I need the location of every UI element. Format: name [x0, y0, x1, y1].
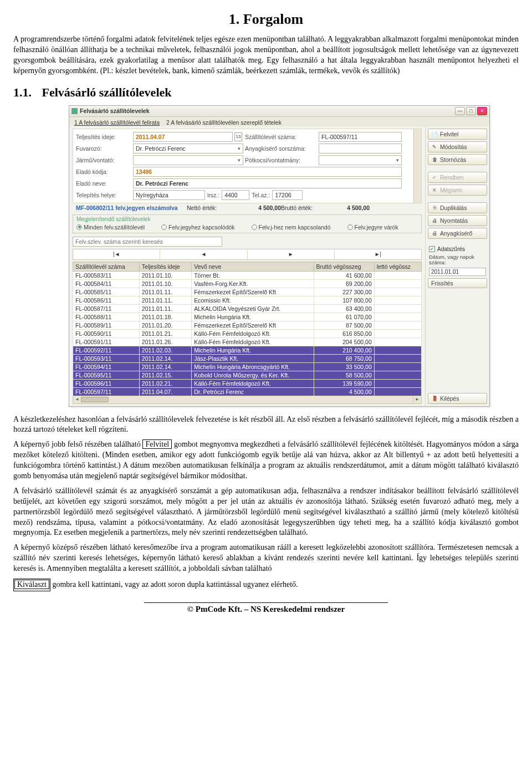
para-after-3: A felvásárló szállítólevél számát és az …: [13, 486, 519, 538]
data-grid[interactable]: Szállítólevél száma Teljesítés ideje Vev…: [73, 262, 422, 396]
table-row[interactable]: FL-000590/112011.01.21.Kálló-Fém Fémfeld…: [73, 329, 422, 337]
btn-modositas[interactable]: ✎Módosítás: [428, 141, 487, 152]
fld-fuvarozo[interactable]: Dr. Petróczi Ferenc: [133, 144, 243, 154]
lbl-fuvarozo: Fuvarozó:: [76, 145, 131, 152]
nav-row: |◄ ◄ ► ►|: [73, 249, 422, 260]
radio-waiting[interactable]: Felv.jegyre várók: [347, 224, 398, 231]
lbl-elado-kodja: Eladó kódja:: [76, 168, 131, 175]
fld-irsz[interactable]: 4400: [222, 190, 249, 200]
copy-icon: ⎘: [431, 204, 438, 211]
table-row[interactable]: FL-000593/112011.02.14.Jász-Plasztik Kft…: [73, 354, 422, 362]
fld-elado-kodja[interactable]: 13496: [133, 167, 402, 177]
edit-icon: ✎: [431, 144, 438, 150]
plus-icon: 📄: [431, 131, 438, 137]
form-panel: Teljesítés ideje: 2011.04.07 13 Szállító…: [73, 129, 422, 203]
inline-felvitel-button: Felvitel: [142, 439, 172, 449]
calendar-icon[interactable]: 13: [234, 132, 242, 141]
fld-anyagkisero[interactable]: [319, 144, 402, 154]
col-brutto[interactable]: Bruttó végösszeg: [314, 262, 374, 271]
lbl-telepes: Telepítés helye:: [76, 192, 131, 198]
exit-icon: 🚪: [431, 395, 438, 402]
fld-datum[interactable]: 2011.01.01: [429, 268, 486, 276]
inline-kivalaszt-button: Kiválaszt: [13, 579, 50, 591]
table-row[interactable]: FL-000589/112011.01.20.Fémszerkezet Épít…: [73, 321, 422, 329]
intro-paragraph: A programrendszerbe történő forgalmi ada…: [13, 34, 519, 76]
para-after-4b: Kiválaszt gombra kell kattintani, vagy a…: [13, 579, 519, 591]
lbl-potkocsi: Pótkocsi/vontatmány:: [245, 157, 317, 163]
lbl-telaz: Tel.az.:: [252, 192, 270, 198]
table-row[interactable]: FL-000585/112011.01.11.Fémszerkezet Épít…: [73, 288, 422, 296]
btn-duplikalas[interactable]: ⎘Duplikálás: [428, 202, 487, 213]
close-button[interactable]: ×: [477, 107, 487, 115]
fld-teljesites[interactable]: 2011.04.07: [133, 132, 233, 142]
doc-icon: 🖨: [431, 230, 438, 237]
grid-hscroll[interactable]: [73, 396, 422, 404]
radio-all[interactable]: Minden felv.szállítólevél: [76, 224, 145, 231]
fld-telepes[interactable]: Nyíregyháza: [133, 190, 205, 200]
table-row[interactable]: FL-000597/112011.04.07.Dr. Petróczi Fere…: [73, 387, 422, 396]
btn-frissites[interactable]: Frissítés: [428, 278, 487, 288]
table-row[interactable]: FL-000586/112011.01.11.Ecomissio Kft.107…: [73, 296, 422, 304]
nav-next[interactable]: ►: [248, 249, 335, 259]
para-after-2: A képernyő jobb felső részében található…: [13, 439, 519, 482]
col-netto[interactable]: lettó végössz: [374, 262, 421, 271]
lbl-szallitolevel: Szállítólevél száma:: [245, 134, 317, 140]
nav-last[interactable]: ►|: [335, 249, 421, 259]
table-row[interactable]: FL-000588/112011.01.18.Michelin Hungária…: [73, 313, 422, 321]
table-row[interactable]: FL-000595/112011.02.15.Kobold Unrota Műs…: [73, 371, 422, 379]
maximize-button[interactable]: □: [466, 107, 476, 115]
fld-jarmu[interactable]: [133, 155, 243, 165]
summary-code: MF-006802/11 felv.jegyen elszámolva: [76, 204, 187, 211]
col-ido[interactable]: Teljesítés ideje: [139, 262, 191, 271]
table-row[interactable]: FL-000584/112011.01.10.Vasfém-Forg.Ker.K…: [73, 279, 422, 288]
table-row[interactable]: FL-000594/112011.02.14.Michelin Hungária…: [73, 362, 422, 371]
btn-stornozas[interactable]: 🗑Stornózás: [428, 154, 487, 165]
table-row[interactable]: FL-000587/112011.01.11.ALKALOIDA Vegyész…: [73, 304, 422, 313]
window-title: Felvásárló szállítólevelek: [80, 108, 150, 114]
col-vevo[interactable]: Vevő neve: [192, 262, 314, 271]
btn-megsem: ✖Mégsem: [428, 185, 487, 196]
val-brutto: 4 500,00: [325, 204, 370, 211]
fld-telaz[interactable]: 17206: [272, 190, 303, 200]
table-row[interactable]: FL-000596/112011.02.21.Kálló-Fém Fémfeld…: [73, 379, 422, 387]
print-icon: 🖨: [431, 217, 438, 224]
nav-first[interactable]: |◄: [73, 249, 160, 259]
btn-kilepes[interactable]: 🚪Kilépés: [428, 393, 487, 404]
form-scrollbar[interactable]: [413, 129, 421, 203]
tab-header[interactable]: 1 A felvásárló szállítólevél felirata: [73, 119, 161, 126]
lbl-brutto: Bruttó érték:: [281, 204, 325, 211]
btn-rendben: ✔Rendben: [428, 172, 487, 183]
lbl-jarmu: Jármű/vontató:: [76, 157, 131, 163]
tab-items[interactable]: 2 A felvásárló szállítólevélen szereplő …: [165, 119, 283, 126]
filter-box: Megjelenítendő szállítólevelek Minden fe…: [73, 214, 422, 233]
section-title-text: Felvásárló szállítólevelek: [42, 85, 172, 99]
section-number: 1.1.: [13, 85, 39, 100]
lbl-datum: Dátum, vagy napok száma:: [428, 254, 487, 266]
radio-linked[interactable]: Felv.jegyhez kapcsolódók: [161, 224, 234, 231]
fld-szallitolevel[interactable]: FL-000597/11: [319, 132, 402, 142]
fld-potkocsi[interactable]: [319, 155, 402, 165]
lbl-irsz: irsz.:: [207, 192, 219, 198]
col-szam[interactable]: Szállítólevél száma: [73, 262, 140, 271]
search-input[interactable]: [73, 237, 222, 247]
radio-notlinked[interactable]: Felv.j-hez nem kapcsolandó: [252, 224, 331, 231]
lbl-elado-neve: Eladó neve:: [76, 180, 131, 187]
footer-text: © PmCode Kft. – NS Kereskedelmi rendszer: [13, 605, 519, 614]
btn-anyagkisero[interactable]: 🖨Anyagkísérő: [428, 228, 487, 239]
lbl-teljesites: Teljesítés ideje:: [76, 134, 131, 140]
minimize-button[interactable]: —: [455, 107, 465, 115]
nav-prev[interactable]: ◄: [160, 249, 247, 259]
tab-strip: 1 A felvásárló szállítólevél felirata 2 …: [69, 117, 489, 126]
fld-elado-neve[interactable]: Dr. Petróczi Ferenc: [133, 178, 402, 188]
table-row[interactable]: FL-000592/112011.02.03.Michelin Hungária…: [73, 346, 422, 354]
table-row[interactable]: FL-000583/112011.01.10.Törner Bt.41 600,…: [73, 271, 422, 279]
lbl-anyagkisero: Anyagkísérő sorszáma:: [245, 145, 317, 152]
para-after-1: A készletkezeléshez hasonlóan a felvásár…: [13, 415, 519, 436]
btn-nyomtatas[interactable]: 🖨Nyomtatás: [428, 215, 487, 226]
app-window: Felvásárló szállítólevelek — □ × 1 A fel…: [69, 105, 490, 407]
btn-felvitel[interactable]: 📄Felvitel: [428, 129, 487, 140]
table-row[interactable]: FL-000591/112011.01.26.Kálló-Fém Fémfeld…: [73, 337, 422, 346]
chk-adatszures[interactable]: ✔Adatszűrés: [428, 246, 487, 253]
cancel-icon: 🗑: [431, 156, 438, 163]
para-after-4: A képernyő középső részében látható kere…: [13, 543, 519, 574]
